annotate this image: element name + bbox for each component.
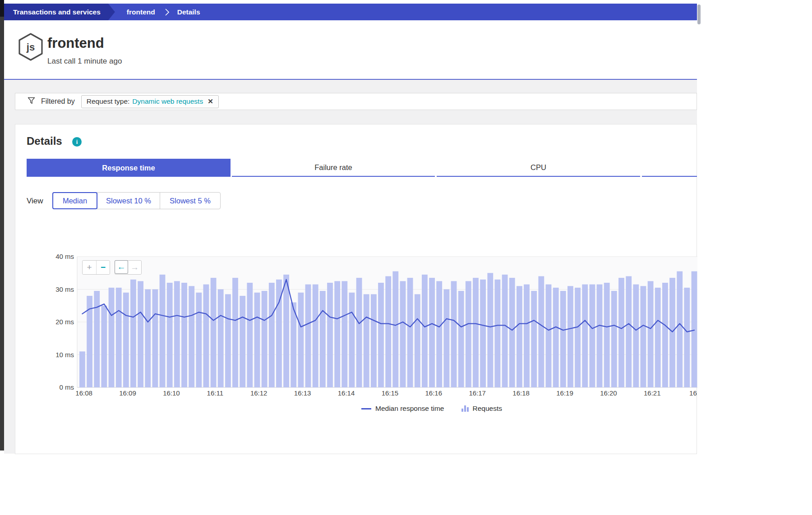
pan-back-button[interactable]: ←: [115, 260, 128, 274]
tab-failure-rate[interactable]: Failure rate: [232, 159, 435, 177]
x-axis-label: 16:2: [689, 389, 697, 397]
x-axis-label: 16:15: [382, 389, 399, 397]
bar: [451, 281, 457, 387]
bar-chart-icon: [461, 405, 469, 412]
bar: [641, 286, 646, 387]
zoom-in-button[interactable]: +: [83, 261, 96, 274]
bar: [458, 291, 464, 387]
x-axis-label: 16:21: [644, 389, 661, 397]
bar: [349, 293, 355, 387]
breadcrumb-label: frontend: [127, 8, 155, 16]
view-option-slowest-10[interactable]: Slowest 10 %: [97, 192, 160, 209]
breadcrumb-item-transactions[interactable]: Transactions and services: [4, 4, 115, 20]
tab-response-time[interactable]: Response time: [27, 159, 231, 177]
bar: [531, 291, 537, 387]
bar: [604, 283, 610, 387]
legend-median-response-time: Median response time: [361, 405, 444, 413]
filtered-by-label: Filtered by: [41, 97, 75, 106]
bar: [669, 278, 675, 387]
view-option-median[interactable]: Median: [52, 192, 97, 209]
bar: [130, 280, 136, 387]
bar: [567, 286, 573, 387]
bar: [495, 280, 501, 387]
bar: [626, 276, 632, 388]
x-axis-label: 16:16: [425, 389, 443, 397]
bar: [655, 288, 661, 387]
bar: [422, 275, 428, 387]
close-icon[interactable]: ✕: [208, 97, 213, 106]
bar: [692, 271, 697, 387]
bar: [109, 288, 115, 387]
breadcrumb-label: Details: [177, 8, 200, 16]
bar: [160, 275, 166, 387]
view-label: View: [27, 197, 43, 206]
bar: [320, 291, 326, 387]
breadcrumb-item-details[interactable]: Details: [177, 8, 200, 16]
bar: [196, 293, 202, 387]
bar: [364, 294, 369, 387]
pan-forward-button[interactable]: →: [128, 261, 141, 274]
bar: [313, 285, 318, 387]
bar: [305, 285, 311, 387]
bar: [79, 351, 85, 387]
last-call-status: Last call 1 minute ago: [47, 57, 122, 66]
bar: [283, 275, 289, 387]
y-axis-label: 40 ms: [55, 253, 74, 260]
left-edge-strip: [0, 0, 4, 451]
bar: [436, 281, 442, 387]
bar: [138, 281, 143, 387]
filter-chip-request-type[interactable]: Request type: Dynamic web requests ✕: [81, 95, 219, 108]
bar: [662, 283, 668, 387]
filter-funnel-icon: [28, 97, 35, 106]
bar: [174, 281, 180, 387]
info-icon[interactable]: i: [72, 137, 82, 147]
bar: [269, 283, 275, 387]
breadcrumb-item-frontend[interactable]: frontend: [127, 8, 155, 16]
bar: [232, 278, 238, 387]
tab-partial[interactable]: [642, 159, 697, 177]
x-axis-label: 16:08: [75, 389, 92, 397]
y-axis-label: 0 ms: [59, 383, 74, 391]
bar: [189, 286, 194, 387]
bar: [385, 276, 391, 388]
x-axis-label: 16:11: [207, 389, 223, 397]
bar: [473, 278, 479, 387]
y-axis-label: 20 ms: [55, 318, 74, 326]
bar: [341, 281, 347, 387]
bar: [181, 283, 187, 387]
x-axis-label: 16:14: [338, 389, 355, 397]
bar: [167, 283, 173, 387]
scrollbar-thumb[interactable]: [697, 5, 701, 24]
bar: [407, 278, 413, 387]
view-option-group: Median Slowest 10 % Slowest 5 %: [52, 192, 221, 209]
bar: [123, 293, 129, 387]
bar: [356, 278, 362, 387]
bar: [517, 286, 522, 387]
legend-label: Median response time: [375, 405, 444, 413]
x-axis-label: 16:17: [469, 389, 486, 397]
bar: [254, 293, 260, 387]
chart-plot-area[interactable]: 0 ms10 ms20 ms30 ms40 ms16:0816:0916:101…: [55, 251, 697, 402]
bar: [538, 276, 544, 388]
bar: [560, 291, 566, 387]
bar: [145, 290, 151, 388]
bar: [480, 280, 486, 387]
chart-legend: Median response time Requests: [361, 405, 502, 413]
x-axis-label: 16:19: [556, 389, 573, 397]
breadcrumb: Transactions and services frontend Detai…: [4, 4, 697, 20]
details-heading: Details: [27, 135, 62, 147]
view-option-slowest-5[interactable]: Slowest 5 %: [160, 192, 221, 209]
tab-cpu[interactable]: CPU: [437, 159, 640, 177]
zoom-out-button[interactable]: −: [96, 261, 110, 274]
bar: [298, 293, 304, 387]
bar: [87, 296, 92, 387]
x-axis-label: 16:10: [163, 389, 180, 397]
bar: [211, 278, 217, 387]
bar: [582, 285, 588, 387]
bar: [218, 290, 224, 388]
bar: [225, 294, 231, 387]
page-title: frontend: [47, 35, 104, 51]
chart-zoom-controls: + − ← →: [82, 260, 142, 275]
bar: [334, 281, 340, 387]
x-axis-label: 16:12: [250, 389, 268, 397]
